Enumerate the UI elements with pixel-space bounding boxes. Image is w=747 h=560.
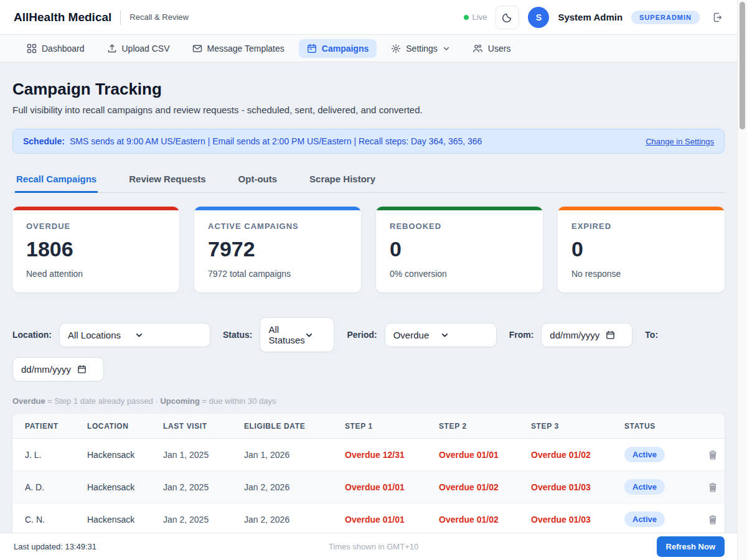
status-select-value: All Statuses — [268, 324, 304, 345]
brand-name: AllHealth Medical — [14, 11, 111, 24]
change-settings-link[interactable]: Change in Settings — [646, 137, 714, 146]
live-dot-icon — [464, 15, 469, 20]
schedule-label: Schedule: — [23, 136, 65, 146]
cell-patient: J. L. — [25, 450, 87, 460]
location-select-value: All Locations — [68, 330, 135, 340]
campaign-table: PATIENT LOCATION LAST VISIT ELIGIBLE DAT… — [12, 414, 725, 539]
location-filter-label: Location: — [12, 330, 52, 340]
users-icon — [472, 44, 483, 54]
calendar-icon — [606, 330, 624, 340]
cell-location: Hackensack — [87, 482, 163, 492]
cell-status: Active — [624, 447, 694, 462]
refresh-now-button[interactable]: Refresh Now — [657, 536, 725, 557]
tab-recall-campaigns[interactable]: Recall Campaigns — [15, 170, 98, 193]
tab-review-requests[interactable]: Review Requests — [128, 170, 207, 192]
main-nav: Dashboard Upload CSV Message Templates C… — [0, 35, 747, 62]
stat-cards: OVERDUE 1806 Need attention ACTIVE CAMPA… — [12, 207, 725, 292]
col-header-status: STATUS — [624, 422, 694, 431]
chevron-down-icon — [441, 331, 488, 339]
cell-last-visit: Jan 2, 2025 — [163, 515, 244, 525]
to-date-input[interactable]: dd/mm/yyyy — [12, 357, 104, 381]
location-select[interactable]: All Locations — [59, 323, 210, 347]
table-row: J. L. Hackensack Jan 1, 2025 Jan 1, 2026… — [12, 439, 725, 471]
tab-scrape-history[interactable]: Scrape History — [308, 170, 377, 192]
nav-item-settings[interactable]: Settings — [383, 39, 458, 58]
cell-eligible-date: Jan 1, 2026 — [244, 450, 345, 460]
envelope-icon — [192, 44, 202, 54]
cell-step2: Overdue 01/01 — [439, 450, 531, 460]
trash-icon — [707, 513, 718, 525]
delete-row-button[interactable] — [694, 449, 725, 460]
stat-label: OVERDUE — [26, 222, 166, 231]
nav-item-campaigns[interactable]: Campaigns — [299, 39, 377, 58]
avatar[interactable]: S — [528, 7, 549, 28]
schedule-text: SMS sends at 9:00 AM US/Eastern | Email … — [70, 136, 482, 146]
cell-step3: Overdue 01/02 — [531, 450, 624, 460]
status-badge: Active — [624, 447, 665, 462]
from-filter-label: From: — [509, 330, 534, 340]
grid-icon — [27, 44, 37, 54]
calendar-icon — [77, 365, 95, 374]
chevron-down-icon — [443, 45, 450, 52]
header-actions: Live S System Admin SUPERADMIN — [464, 6, 733, 29]
filter-bar: Location: All Locations Status: All Stat… — [12, 317, 725, 352]
cell-eligible-date: Jan 2, 2026 — [244, 515, 345, 525]
status-select[interactable]: All Statuses — [260, 317, 334, 352]
nav-item-message-templates[interactable]: Message Templates — [184, 39, 293, 58]
trash-icon — [707, 449, 718, 460]
legend-note: Overdue = Step 1 date already passed · U… — [12, 396, 725, 406]
stat-card-expired: EXPIRED 0 No response — [558, 207, 725, 292]
nav-item-users[interactable]: Users — [464, 39, 519, 58]
vertical-scrollbar — [737, 0, 747, 560]
chevron-down-icon — [305, 331, 326, 339]
status-badge: Active — [624, 479, 665, 495]
stat-caption: No response — [571, 269, 711, 279]
stat-card-overdue: OVERDUE 1806 Need attention — [12, 207, 179, 292]
cell-patient: C. N. — [25, 515, 87, 525]
live-label: Live — [472, 12, 487, 22]
cell-step2: Overdue 01/02 — [439, 515, 531, 525]
chevron-down-icon — [135, 331, 202, 339]
stat-caption: Need attention — [26, 269, 166, 279]
delete-row-button[interactable] — [694, 481, 725, 493]
period-select-value: Overdue — [393, 330, 441, 340]
nav-label: Users — [488, 44, 511, 54]
cell-step1: Overdue 01/01 — [345, 515, 439, 525]
col-header-step1: STEP 1 — [345, 422, 439, 431]
from-date-placeholder: dd/mm/yyyy — [550, 330, 599, 340]
page-title: Campaign Tracking — [12, 80, 725, 99]
period-filter-label: Period: — [347, 330, 377, 340]
col-header-step2: STEP 2 — [439, 422, 531, 431]
scrollbar-thumb[interactable] — [740, 2, 745, 129]
cell-last-visit: Jan 1, 2025 — [163, 450, 244, 460]
stat-caption: 0% conversion — [390, 269, 529, 279]
cell-eligible-date: Jan 2, 2026 — [244, 482, 345, 492]
legend-def-overdue: = Step 1 date already passed · — [45, 396, 161, 406]
tab-opt-outs[interactable]: Opt-outs — [237, 170, 278, 192]
nav-label: Message Templates — [207, 44, 284, 54]
dark-mode-toggle[interactable] — [496, 6, 519, 29]
cell-location: Hackensack — [87, 450, 163, 460]
schedule-banner: Schedule: SMS sends at 9:00 AM US/Easter… — [12, 129, 725, 154]
cell-patient: A. D. — [25, 482, 87, 492]
table-row: C. N. Hackensack Jan 2, 2025 Jan 2, 2026… — [12, 503, 725, 536]
stat-value: 1806 — [26, 237, 166, 261]
from-date-input[interactable]: dd/mm/yyyy — [541, 323, 632, 347]
stat-card-active-campaigns: ACTIVE CAMPAIGNS 7972 7972 total campaig… — [194, 207, 361, 292]
delete-row-button[interactable] — [694, 513, 725, 525]
logout-icon — [711, 11, 723, 24]
col-header-patient: PATIENT — [25, 422, 87, 431]
table-header-row: PATIENT LOCATION LAST VISIT ELIGIBLE DAT… — [12, 414, 725, 439]
legend-def-upcoming: = due within 30 days — [200, 396, 276, 406]
nav-item-upload-csv[interactable]: Upload CSV — [99, 39, 178, 58]
status-filter-label: Status: — [223, 330, 252, 340]
moon-icon — [501, 11, 514, 24]
app-header: AllHealth Medical Recall & Review Live S… — [0, 0, 747, 35]
nav-item-dashboard[interactable]: Dashboard — [19, 39, 93, 58]
period-select[interactable]: Overdue — [385, 323, 497, 347]
stat-label: REBOOKED — [390, 222, 529, 231]
logout-button[interactable] — [711, 11, 723, 24]
col-header-step3: STEP 3 — [531, 422, 624, 431]
stat-value: 0 — [571, 237, 711, 261]
table-row: A. D. Hackensack Jan 2, 2025 Jan 2, 2026… — [12, 471, 725, 503]
